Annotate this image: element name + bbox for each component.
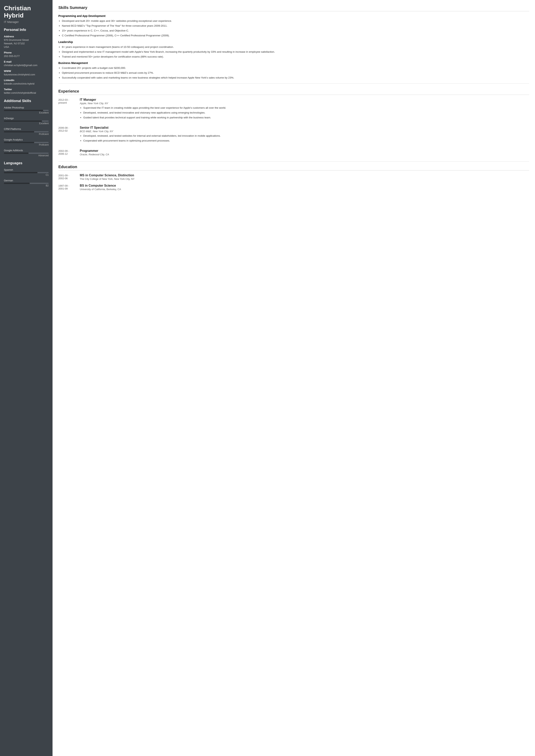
address-value: 970 Drummond Street Newark, NJ 07102 USA (4, 38, 49, 49)
exp-company: BCD M&E, New York City, NY (80, 130, 529, 133)
languages-list: Spanish C1 German B2 (4, 168, 49, 187)
experience-list: 2012-03 -presentIT ManagerApple, New Yor… (58, 98, 529, 157)
main-content: Skills Summary Programming and App Devel… (52, 0, 535, 756)
language-name: German (4, 179, 49, 182)
bullet-item: Developed and built 20+ mobile apps and … (62, 19, 529, 23)
skills-subsection: Leadership8+ years experience in team ma… (58, 40, 529, 59)
exp-company: Oracle, Redwood City, CA (80, 153, 529, 156)
language-bar-fill (4, 183, 30, 184)
languages-section-title: Languages (4, 161, 49, 166)
exp-bullet-item: Guided talent that provides technical su… (83, 116, 529, 120)
skill-bar-fill (4, 142, 34, 143)
skill-level: Advanced (4, 154, 49, 157)
www-value: futureisnow.chrishybrid.com (4, 73, 49, 76)
skill-name: InDesign (4, 117, 49, 120)
exp-bullet-item: Developed, reviewed, and tested websites… (83, 134, 529, 138)
education-title: Education (58, 165, 529, 171)
twitter-label: Twitter (4, 88, 49, 91)
linkedin-label: LinkedIn (4, 79, 49, 82)
skills-summary-title: Skills Summary (58, 6, 529, 11)
language-name: Spanish (4, 168, 49, 171)
skill-name: Adobe Photoshop (4, 106, 49, 109)
skills-subsections: Programming and App DevelopmentDeveloped… (58, 14, 529, 80)
exp-bullet-item: Supervised the IT team in creating mobil… (83, 106, 529, 110)
last-name: Hybrid (4, 12, 23, 19)
bullet-item: Trained and mentored 50+ junior develope… (62, 55, 529, 59)
bullet-item: 8+ years experience in team management (… (62, 45, 529, 49)
bullet-item: Named BCD M&E's "Top Programmer of The Y… (62, 24, 529, 28)
exp-dates: 2006-08 -2012-02 (58, 126, 80, 145)
language-item: Spanish C1 (4, 168, 49, 176)
address-line3: USA (4, 45, 9, 48)
skill-bar-fill (4, 121, 42, 122)
email-value: christian.w.hybrid@gmail.com (4, 64, 49, 67)
experience-entry: 2002-09 -2006-12ProgrammerOracle, Redwoo… (58, 149, 529, 157)
language-bar-fill (4, 172, 38, 173)
skill-bar-fill (4, 152, 29, 154)
subsection-title: Business Management (58, 62, 529, 65)
bullet-list: Developed and built 20+ mobile apps and … (62, 19, 529, 38)
skill-item: Adobe Photoshop Excellent (4, 106, 49, 114)
exp-job-title: IT Manager (80, 98, 529, 101)
skills-subsection: Business ManagementCoordinated 20+ proje… (58, 62, 529, 80)
language-level: B2 (4, 184, 49, 187)
skills-list: Adobe Photoshop Excellent InDesign Excel… (4, 106, 49, 157)
skills-subsection: Programming and App DevelopmentDeveloped… (58, 14, 529, 38)
divider (58, 83, 529, 84)
bullet-item: 15+ years experience in C, C++, Cocoa, a… (62, 29, 529, 33)
job-title: IT Manager (4, 20, 49, 23)
bullet-list: Coordinated 20+ projects with a budget o… (62, 66, 529, 80)
exp-dates: 2002-09 -2006-12 (58, 149, 80, 157)
subsection-title: Programming and App Development (58, 14, 529, 17)
skill-item: Google AdWords Advanced (4, 149, 49, 157)
linkedin-value: linkedin.com/in/chris-hybrid (4, 82, 49, 86)
skill-item: Google Analytics Proficient (4, 138, 49, 146)
phone-value: 202-555-0177 (4, 54, 49, 58)
subsection-title: Leadership (58, 40, 529, 43)
skill-bar-bg (4, 110, 49, 111)
bullet-list: 8+ years experience in team management (… (62, 45, 529, 59)
exp-bullet-item: Cooperated with procurement teams in opt… (83, 139, 529, 143)
exp-bullet-item: Developed, reviewed, and tested innovati… (83, 111, 529, 115)
education-list: 2001-09 -2002-06MS in Computer Science, … (58, 174, 529, 191)
exp-content: ProgrammerOracle, Redwood City, CA (80, 149, 529, 157)
exp-bullets: Developed, reviewed, and tested websites… (83, 134, 529, 143)
skill-bar-bg (4, 131, 49, 132)
language-bar-bg (4, 183, 49, 184)
additional-skills-section-title: Additional Skills (4, 99, 49, 104)
skill-item: CRM Platforms Proficient (4, 127, 49, 135)
skill-item: InDesign Excellent (4, 117, 49, 125)
exp-bullets: Supervised the IT team in creating mobil… (83, 106, 529, 120)
exp-content: IT ManagerApple, New York City, NYSuperv… (80, 98, 529, 122)
edu-school: The City College of New York, New York C… (80, 177, 529, 180)
address-line2: Newark, NJ 07102 (4, 42, 25, 45)
education-entry: 2001-09 -2002-06MS in Computer Science, … (58, 174, 529, 180)
exp-job-title: Senior IT Specialist (80, 126, 529, 129)
first-name: Christian (4, 5, 31, 12)
exp-job-title: Programmer (80, 149, 529, 152)
address-line1: 970 Drummond Street (4, 39, 29, 41)
edu-degree: MS in Computer Science, Distinction (80, 174, 529, 177)
bullet-item: Successfully cooperated with sales and m… (62, 76, 529, 80)
skill-level: Proficient (4, 144, 49, 146)
skill-name: CRM Platforms (4, 127, 49, 130)
experience-title: Experience (58, 89, 529, 95)
sidebar: Christian Hybrid IT Manager Personal Inf… (0, 0, 52, 756)
phone-label: Phone (4, 51, 49, 54)
skill-name: Google AdWords (4, 149, 49, 152)
bullet-item: C Certified Professional Programmer (200… (62, 34, 529, 38)
skill-bar-bg (4, 121, 49, 122)
skill-bar-bg (4, 142, 49, 143)
experience-entry: 2006-08 -2012-02Senior IT SpecialistBCD … (58, 126, 529, 145)
edu-dates: 1997-09 -2001-09 (58, 184, 80, 191)
edu-content: BS in Computer ScienceUniversity of Cali… (80, 184, 529, 191)
divider2 (58, 161, 529, 162)
exp-content: Senior IT SpecialistBCD M&E, New York Ci… (80, 126, 529, 145)
language-item: German B2 (4, 179, 49, 187)
edu-content: MS in Computer Science, DistinctionThe C… (80, 174, 529, 180)
address-label: Address (4, 35, 49, 38)
language-level: C1 (4, 174, 49, 176)
skill-level: Excellent (4, 122, 49, 125)
bullet-item: Coordinated 20+ projects with a budget o… (62, 66, 529, 70)
edu-degree: BS in Computer Science (80, 184, 529, 187)
